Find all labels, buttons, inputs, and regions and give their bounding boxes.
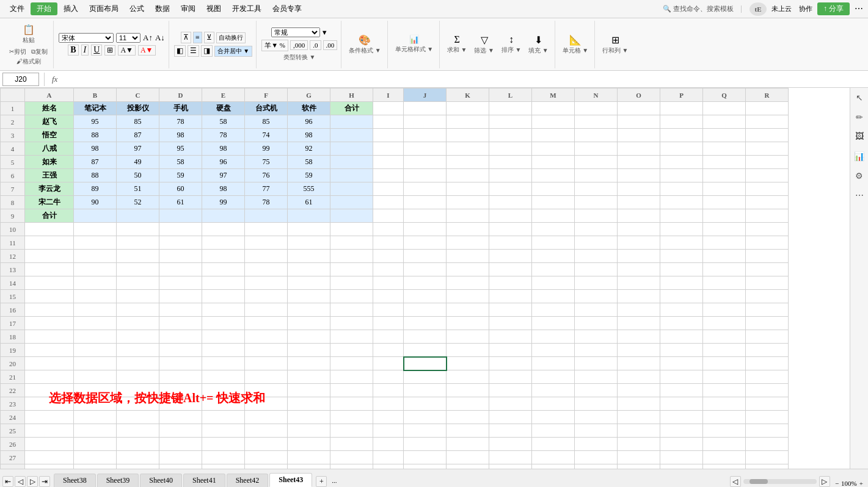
- table-cell[interactable]: [575, 370, 618, 384]
- share-button[interactable]: ↑ 分享: [817, 2, 850, 15]
- col-header-O[interactable]: O: [618, 88, 660, 102]
- table-cell[interactable]: [447, 115, 489, 129]
- table-cell[interactable]: [373, 303, 404, 317]
- table-cell[interactable]: [618, 290, 660, 303]
- table-cell[interactable]: [373, 223, 404, 236]
- table-cell[interactable]: [25, 303, 74, 317]
- table-cell[interactable]: [575, 102, 618, 115]
- table-cell[interactable]: [330, 317, 373, 330]
- table-cell[interactable]: [202, 464, 245, 469]
- table-cell[interactable]: [575, 263, 618, 276]
- table-cell[interactable]: 96: [288, 115, 330, 129]
- table-cell[interactable]: [245, 303, 288, 317]
- row-header-8[interactable]: 8: [1, 196, 25, 209]
- table-cell[interactable]: [288, 276, 330, 290]
- table-cell[interactable]: 60: [159, 182, 202, 196]
- table-cell[interactable]: [746, 384, 789, 397]
- col-header-K[interactable]: K: [447, 88, 489, 102]
- table-cell[interactable]: [159, 438, 202, 451]
- table-cell[interactable]: [532, 169, 575, 182]
- table-cell[interactable]: [532, 250, 575, 263]
- table-cell[interactable]: [575, 397, 618, 411]
- sheet-tab-39[interactable]: Sheet39: [97, 474, 139, 487]
- table-cell[interactable]: [660, 263, 703, 276]
- table-cell[interactable]: 99: [202, 196, 245, 209]
- table-cell[interactable]: [25, 438, 74, 451]
- table-cell[interactable]: [746, 263, 789, 276]
- table-cell[interactable]: [660, 169, 703, 182]
- table-cell[interactable]: [489, 303, 532, 317]
- table-cell[interactable]: [245, 357, 288, 370]
- table-cell[interactable]: [660, 411, 703, 424]
- row-header-17[interactable]: 17: [1, 317, 25, 330]
- table-cell[interactable]: 97: [202, 169, 245, 182]
- table-cell[interactable]: [532, 424, 575, 438]
- table-cell[interactable]: [489, 142, 532, 156]
- table-cell[interactable]: [117, 303, 159, 317]
- table-cell[interactable]: [117, 250, 159, 263]
- table-cell[interactable]: 合计: [330, 102, 373, 115]
- table-cell[interactable]: [703, 438, 746, 451]
- menu-page-layout[interactable]: 页面布局: [84, 2, 123, 15]
- sidebar-settings-icon[interactable]: ⚙: [852, 168, 867, 183]
- table-cell[interactable]: [447, 276, 489, 290]
- table-cell[interactable]: 77: [245, 182, 288, 196]
- table-cell[interactable]: [288, 236, 330, 250]
- table-cell[interactable]: [447, 129, 489, 142]
- row-header-25[interactable]: 25: [1, 424, 25, 438]
- table-cell[interactable]: [404, 182, 447, 196]
- table-cell[interactable]: [74, 209, 117, 223]
- row-header-2[interactable]: 2: [1, 115, 25, 129]
- table-cell[interactable]: 李云龙: [25, 182, 74, 196]
- table-cell[interactable]: [288, 209, 330, 223]
- table-cell[interactable]: [159, 464, 202, 469]
- table-cell[interactable]: [703, 411, 746, 424]
- table-cell[interactable]: 王强: [25, 169, 74, 182]
- table-cell[interactable]: [447, 411, 489, 424]
- table-cell[interactable]: [404, 276, 447, 290]
- table-cell[interactable]: 赵飞: [25, 115, 74, 129]
- table-cell[interactable]: [447, 223, 489, 236]
- table-cell[interactable]: [703, 236, 746, 250]
- collaborate-btn[interactable]: 协作: [799, 4, 812, 13]
- table-cell[interactable]: [532, 344, 575, 357]
- table-cell[interactable]: [447, 196, 489, 209]
- menu-file[interactable]: 文件: [5, 2, 29, 15]
- table-cell[interactable]: [618, 182, 660, 196]
- table-cell[interactable]: [447, 384, 489, 397]
- table-cell[interactable]: [159, 384, 202, 397]
- table-cell[interactable]: [532, 223, 575, 236]
- table-cell[interactable]: 98: [74, 142, 117, 156]
- table-cell[interactable]: [117, 263, 159, 276]
- col-header-L[interactable]: L: [489, 88, 532, 102]
- table-cell[interactable]: [25, 236, 74, 250]
- table-cell[interactable]: [245, 411, 288, 424]
- table-cell[interactable]: [117, 451, 159, 464]
- row-header-24[interactable]: 24: [1, 411, 25, 424]
- table-cell[interactable]: [404, 142, 447, 156]
- table-cell[interactable]: 87: [117, 129, 159, 142]
- table-cell[interactable]: [489, 223, 532, 236]
- table-cell[interactable]: [532, 330, 575, 344]
- table-cell[interactable]: [159, 317, 202, 330]
- table-cell[interactable]: [618, 370, 660, 384]
- grid-wrapper[interactable]: A B C D E F G H I J K L M N O P Q: [0, 88, 850, 469]
- table-cell[interactable]: 98: [202, 182, 245, 196]
- table-cell[interactable]: [159, 276, 202, 290]
- more-icon[interactable]: ⋯: [855, 4, 863, 14]
- number-format-more[interactable]: ▼: [321, 29, 328, 36]
- table-cell[interactable]: [117, 276, 159, 290]
- table-cell[interactable]: [618, 263, 660, 276]
- merge-center-btn[interactable]: 合并居中 ▼: [214, 46, 252, 57]
- table-cell[interactable]: 78: [202, 129, 245, 142]
- table-cell[interactable]: [74, 370, 117, 384]
- bold-btn[interactable]: B: [68, 45, 78, 56]
- table-cell[interactable]: 98: [202, 142, 245, 156]
- table-cell[interactable]: [202, 209, 245, 223]
- table-cell[interactable]: [202, 276, 245, 290]
- table-cell[interactable]: 50: [117, 169, 159, 182]
- filter-btn[interactable]: ▽ 筛选 ▼: [472, 33, 496, 56]
- table-cell[interactable]: [532, 290, 575, 303]
- table-cell[interactable]: [575, 317, 618, 330]
- table-cell[interactable]: [404, 344, 447, 357]
